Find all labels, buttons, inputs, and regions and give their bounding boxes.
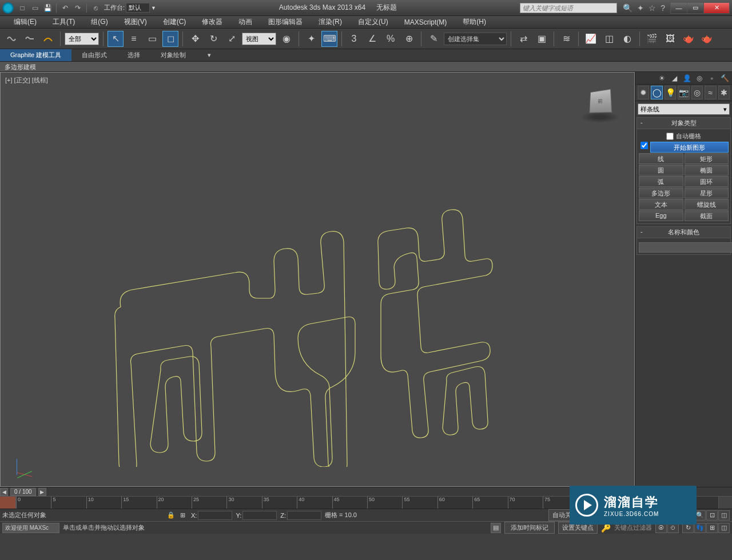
create-tab-standard-icon[interactable]: ✹ bbox=[638, 86, 649, 99]
shape-椭圆[interactable]: 椭圆 bbox=[685, 165, 729, 175]
percent-snap-icon[interactable]: % bbox=[383, 31, 399, 47]
key-icon[interactable]: ✦ bbox=[637, 3, 644, 13]
link-icon[interactable]: ⎋ bbox=[90, 3, 101, 13]
unlink-tool-icon[interactable] bbox=[22, 31, 38, 47]
help-icon[interactable]: ? bbox=[661, 3, 665, 13]
material-icon[interactable]: ◐ bbox=[619, 31, 635, 47]
save-icon[interactable]: 💾 bbox=[42, 3, 53, 13]
create-tab-helpers-icon[interactable]: ◎ bbox=[691, 86, 703, 99]
shape-多边形[interactable]: 多边形 bbox=[639, 187, 683, 198]
key-filter-label[interactable]: 关键点过滤器 bbox=[614, 523, 652, 532]
zoom-ext-icon[interactable]: ⊡ bbox=[706, 510, 718, 521]
minimize-button[interactable]: — bbox=[670, 2, 687, 14]
keyboard-shortcut-icon[interactable]: ⌨ bbox=[321, 31, 337, 47]
autogrid-checkbox[interactable] bbox=[666, 133, 674, 140]
create-tab-systems-icon[interactable]: ✱ bbox=[718, 86, 730, 99]
max-toggle-icon[interactable]: ⊞ bbox=[706, 523, 718, 533]
rollout-name-color[interactable]: 名称和颜色 bbox=[636, 226, 731, 238]
shape-线[interactable]: 线 bbox=[639, 153, 683, 164]
menu-创建(C)[interactable]: 创建(C) bbox=[155, 17, 194, 27]
app-icon[interactable] bbox=[2, 2, 14, 14]
link-tool-icon[interactable] bbox=[3, 31, 19, 47]
ribbon-tab-1[interactable]: 自由形式 bbox=[71, 49, 117, 61]
viewcube[interactable]: 前 bbox=[583, 84, 617, 118]
ribbon-sub-label[interactable]: 多边形建模 bbox=[0, 62, 732, 72]
start-new-shape-button[interactable]: 开始新图形 bbox=[650, 142, 729, 153]
select-object-icon[interactable]: ↖ bbox=[108, 31, 124, 47]
menu-工具(T)[interactable]: 工具(T) bbox=[45, 17, 83, 27]
menu-渲染(R)[interactable]: 渲染(R) bbox=[311, 17, 350, 27]
named-selection[interactable]: 创建选择集 bbox=[444, 33, 507, 45]
add-time-tag-button[interactable]: 添加时间标记 bbox=[504, 522, 555, 534]
redo-icon[interactable]: ↷ bbox=[73, 3, 83, 13]
pivot-icon[interactable]: ◉ bbox=[279, 31, 295, 47]
light-icon[interactable]: ☀ bbox=[657, 73, 667, 83]
ribbon-tab-0[interactable]: Graphite 建模工具 bbox=[0, 49, 71, 61]
select-rect-icon[interactable]: ▭ bbox=[144, 31, 160, 47]
hammer-icon[interactable]: 🔨 bbox=[719, 73, 730, 83]
rollout-object-type[interactable]: 对象类型 bbox=[636, 117, 731, 129]
ref-coord-select[interactable]: 视图 bbox=[242, 33, 276, 45]
y-input[interactable] bbox=[242, 511, 277, 520]
create-tab-space-icon[interactable]: ≈ bbox=[705, 86, 716, 99]
shape-螺旋线[interactable]: 螺旋线 bbox=[685, 199, 729, 210]
monitor-icon[interactable]: ▫ bbox=[707, 73, 717, 83]
snap-toggle-icon[interactable]: 3 bbox=[346, 31, 362, 47]
script-listener-icon[interactable]: ▤ bbox=[491, 523, 501, 533]
close-button[interactable]: ✕ bbox=[703, 2, 730, 14]
align-icon[interactable]: ▣ bbox=[534, 31, 550, 47]
open-icon[interactable]: ▭ bbox=[30, 3, 40, 13]
ribbon-tab-2[interactable]: 选择 bbox=[117, 49, 150, 61]
category-dropdown[interactable]: 样条线▾ bbox=[638, 103, 730, 115]
time-slider[interactable]: 0 / 100 bbox=[10, 488, 36, 496]
scale-icon[interactable]: ⤢ bbox=[224, 31, 240, 47]
menu-修改器[interactable]: 修改器 bbox=[194, 17, 230, 27]
search-input[interactable] bbox=[520, 3, 617, 13]
viewport-label[interactable]: [+] [正交] [线框] bbox=[5, 76, 48, 85]
menu-编辑(E)[interactable]: 编辑(E) bbox=[6, 17, 45, 27]
shape-圆[interactable]: 圆 bbox=[639, 165, 683, 175]
time-next-icon[interactable]: ▶ bbox=[38, 488, 46, 496]
exposure-icon[interactable]: ◢ bbox=[669, 73, 679, 83]
shape-矩形[interactable]: 矩形 bbox=[685, 153, 729, 164]
target-icon[interactable]: ◎ bbox=[694, 73, 705, 83]
object-name-input[interactable] bbox=[639, 242, 732, 253]
search-icon[interactable]: 🔍 bbox=[623, 3, 632, 13]
angle-snap-icon[interactable]: ∠ bbox=[364, 31, 380, 47]
manipulate-icon[interactable]: ✦ bbox=[303, 31, 319, 47]
track-mini-curve[interactable] bbox=[0, 497, 16, 509]
render-setup-icon[interactable]: 🎬 bbox=[644, 31, 660, 47]
shape-截面[interactable]: 截面 bbox=[685, 210, 729, 221]
lock-sel-icon[interactable]: 🔒 bbox=[166, 510, 176, 521]
shape-星形[interactable]: 星形 bbox=[685, 187, 729, 198]
render-prod-icon[interactable]: 🫖 bbox=[699, 31, 715, 47]
menu-动画[interactable]: 动画 bbox=[230, 17, 260, 27]
edit-selection-icon[interactable]: ✎ bbox=[425, 31, 441, 47]
menu-图形编辑器[interactable]: 图形编辑器 bbox=[260, 17, 311, 27]
workspace-value[interactable]: 默认 bbox=[126, 3, 150, 13]
ribbon-tab-3[interactable]: 对象绘制 bbox=[150, 49, 196, 61]
spinner-snap-icon[interactable]: ⊕ bbox=[401, 31, 417, 47]
menu-组(G)[interactable]: 组(G) bbox=[83, 17, 116, 27]
time-prev-icon[interactable]: ◀ bbox=[0, 488, 8, 496]
min-toggle-icon[interactable]: ◫ bbox=[718, 523, 730, 533]
z-input[interactable] bbox=[287, 511, 321, 520]
start-new-checkbox[interactable] bbox=[640, 142, 648, 149]
bind-tool-icon[interactable] bbox=[40, 31, 56, 47]
menu-帮助(H)[interactable]: 帮助(H) bbox=[455, 17, 494, 27]
create-tab-lights-icon[interactable]: 💡 bbox=[665, 86, 676, 99]
selection-filter[interactable]: 全部 bbox=[65, 33, 99, 45]
fov-icon[interactable]: ◫ bbox=[718, 510, 730, 521]
create-tab-cameras-icon[interactable]: 📷 bbox=[678, 86, 689, 99]
curve-editor-icon[interactable]: 📈 bbox=[583, 31, 599, 47]
lock-abs-icon[interactable]: ⊞ bbox=[177, 510, 188, 521]
create-tab-shapes-icon[interactable]: ◯ bbox=[651, 86, 662, 99]
shape-Egg[interactable]: Egg bbox=[639, 210, 683, 221]
move-icon[interactable]: ✥ bbox=[187, 31, 203, 47]
mirror-icon[interactable]: ⇄ bbox=[515, 31, 531, 47]
track-config-icon[interactable] bbox=[718, 497, 732, 509]
viewport[interactable]: [+] [正交] [线框] 前 bbox=[0, 72, 635, 487]
new-icon[interactable]: □ bbox=[17, 3, 27, 13]
menu-视图(V)[interactable]: 视图(V) bbox=[116, 17, 155, 27]
select-name-icon[interactable]: ≡ bbox=[126, 31, 142, 47]
